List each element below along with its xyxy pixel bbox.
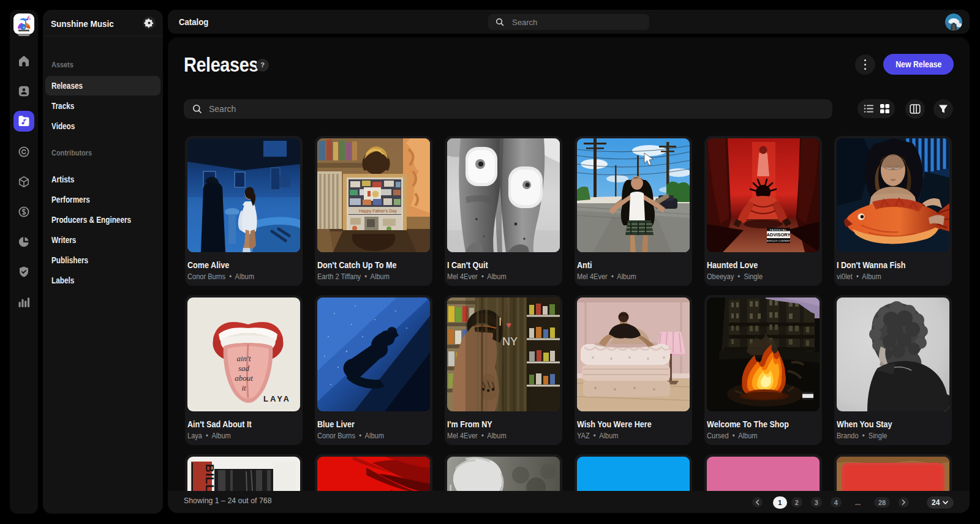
svg-text:NY: NY xyxy=(502,335,518,348)
svg-text:I: I xyxy=(499,316,502,328)
svg-text:it: it xyxy=(241,383,246,392)
svg-text:ain't: ain't xyxy=(236,354,251,363)
svg-text:PARENTAL: PARENTAL xyxy=(770,228,788,231)
svg-text:ADVISORY: ADVISORY xyxy=(767,232,791,238)
svg-text:Happy Father's Day: Happy Father's Day xyxy=(359,209,397,214)
svg-text:about: about xyxy=(235,373,253,383)
svg-text:♥: ♥ xyxy=(506,320,511,330)
svg-text:EXPLICIT CONTENT: EXPLICIT CONTENT xyxy=(767,239,791,242)
svg-text:sad: sad xyxy=(238,364,250,373)
svg-text:LAYA: LAYA xyxy=(263,394,291,403)
